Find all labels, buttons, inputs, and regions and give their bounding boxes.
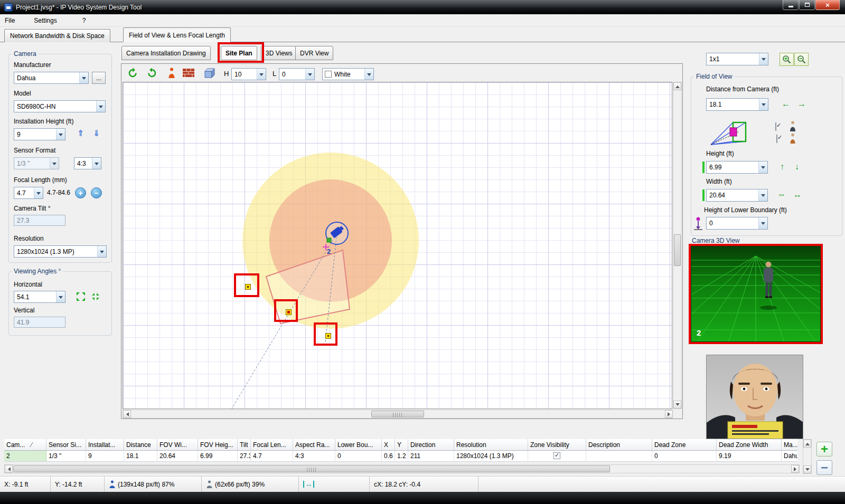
shrink-angle-icon[interactable] [90, 290, 101, 303]
cell-fov-width[interactable]: 20.64 [157, 451, 198, 462]
menu-help[interactable]: ? [78, 15, 91, 26]
column-header[interactable]: Lower Bou... [335, 439, 382, 451]
column-header[interactable]: Installat... [86, 439, 124, 451]
cell-aspect-ratio[interactable]: 4:3 [293, 451, 335, 462]
resolution-select[interactable]: 1280x1024 (1.3 MP) [14, 245, 107, 258]
distance-select[interactable]: 18.1 [706, 98, 768, 111]
maximize-button[interactable] [799, 0, 815, 10]
zone-visibility-checkbox[interactable] [553, 452, 560, 459]
tab-field-of-view[interactable]: Field of View & Lens Focal Length [123, 27, 231, 42]
column-header[interactable]: FOV Heig... [198, 439, 238, 451]
manufacturer-select[interactable]: Dahua [14, 72, 89, 84]
column-header[interactable]: Aspect Ra... [293, 439, 335, 451]
focal-length-select[interactable]: 4.7 [14, 187, 43, 199]
chevron-down-icon[interactable] [92, 158, 101, 169]
horizontal-angle-select[interactable]: 54.1 [14, 291, 65, 303]
cell-camera[interactable]: 2 [4, 451, 46, 462]
cell-lower-boundary[interactable]: 0 [335, 451, 382, 462]
fov-height-select[interactable]: 6.99 [706, 161, 768, 174]
wall-color-select[interactable]: White [322, 68, 374, 80]
scroll-down-button[interactable] [803, 465, 811, 473]
menu-file[interactable]: File [0, 15, 20, 26]
chevron-down-icon[interactable] [34, 187, 43, 198]
zoom-in-button[interactable] [780, 53, 794, 66]
tab-dvr-view[interactable]: DVR View [295, 46, 333, 60]
column-header[interactable]: X [382, 439, 395, 451]
cell-zone-visibility[interactable] [528, 451, 586, 462]
chevron-down-icon[interactable] [79, 72, 88, 83]
cell-description[interactable] [586, 451, 652, 462]
column-header[interactable]: Cam... [4, 439, 46, 451]
column-header[interactable]: Y [395, 439, 408, 451]
column-header[interactable]: Resolution [454, 439, 528, 451]
scroll-left-button[interactable] [123, 410, 131, 418]
column-header[interactable]: Description [586, 439, 652, 451]
chevron-down-icon[interactable] [305, 69, 314, 80]
zoom-out-button[interactable] [794, 53, 809, 66]
canvas-hscrollbar[interactable] [123, 410, 672, 419]
scroll-right-button[interactable] [665, 410, 673, 418]
lower-boundary-select[interactable]: 0 [706, 217, 768, 230]
chevron-down-icon[interactable] [257, 69, 266, 80]
column-header[interactable]: Direction [408, 439, 454, 451]
chevron-down-icon[interactable] [56, 291, 65, 302]
expand-angle-icon[interactable] [75, 290, 87, 303]
model-select[interactable]: SD6980C-HN [14, 100, 106, 112]
cell-y[interactable]: 1.2 [395, 451, 408, 462]
cell-installation[interactable]: 9 [86, 451, 124, 462]
column-header[interactable]: Focal Len... [251, 439, 293, 451]
fov-width-select[interactable]: 20.64 [706, 189, 768, 202]
fov-height-down-icon[interactable]: ↓ [795, 163, 799, 171]
chevron-down-icon[interactable] [758, 217, 767, 229]
height-up-icon[interactable]: ⇑ [77, 129, 84, 138]
add-camera-button[interactable]: + [816, 442, 832, 457]
fov-width-expand-icon[interactable]: ⇔ [777, 191, 786, 199]
scroll-right-button[interactable] [791, 465, 799, 473]
add-box-button[interactable] [202, 66, 215, 79]
distance-increase-icon[interactable]: → [797, 100, 806, 108]
remove-camera-button[interactable]: − [816, 460, 832, 475]
column-header[interactable]: FOV Wi... [157, 439, 198, 451]
tab-3d-views[interactable]: 3D Views [261, 46, 297, 60]
scroll-left-button[interactable] [5, 465, 13, 473]
chevron-down-icon[interactable] [56, 129, 65, 140]
wall-lower-select[interactable]: 0 [279, 68, 315, 80]
table-vscrollbar[interactable] [803, 439, 812, 474]
grid-layout-select[interactable]: 1x1 [706, 53, 768, 65]
table-hscrollbar[interactable] [4, 464, 800, 473]
cell-resolution[interactable]: 1280x1024 (1.3 MP) [454, 451, 528, 462]
cell-sensor[interactable]: 1/3 " [46, 451, 86, 462]
column-header[interactable]: Sensor Si... [46, 439, 86, 451]
chevron-down-icon[interactable] [759, 99, 768, 110]
cell-manufacturer[interactable]: Dahua [782, 451, 797, 462]
fov-height-up-icon[interactable]: ↑ [780, 163, 784, 171]
fov-width-shrink-icon[interactable]: ↔ [793, 191, 802, 199]
height-down-icon[interactable]: ⇓ [93, 129, 100, 138]
chevron-down-icon[interactable] [96, 101, 105, 112]
zoom-out-circle-button[interactable]: − [91, 187, 102, 198]
rotate-left-button[interactable] [126, 66, 139, 79]
add-person-button[interactable] [165, 66, 179, 79]
close-button[interactable]: × [815, 0, 840, 10]
show-adult-checkbox[interactable] [775, 122, 776, 131]
chevron-down-icon[interactable] [759, 53, 768, 65]
aspect-ratio-select[interactable]: 4:3 [74, 157, 101, 169]
cell-direction[interactable]: 211 [408, 451, 454, 462]
column-header[interactable]: Ma... [782, 439, 797, 451]
cell-x[interactable]: 0.6 [382, 451, 395, 462]
site-plan-canvas[interactable]: 2 [123, 82, 672, 409]
chevron-down-icon[interactable] [97, 246, 106, 257]
rotate-right-button[interactable] [145, 66, 158, 79]
cell-tilt[interactable]: 27.3 [238, 451, 251, 462]
chevron-down-icon[interactable] [758, 161, 767, 173]
add-wall-button[interactable] [182, 66, 195, 79]
column-header[interactable]: Dead Zone Width [717, 439, 782, 451]
distance-decrease-icon[interactable]: ← [782, 100, 790, 108]
browse-manufacturer-button[interactable]: ... [92, 72, 106, 84]
hscroll-thumb[interactable] [13, 465, 610, 472]
install-height-select[interactable]: 9 [14, 128, 65, 140]
menu-settings[interactable]: Settings [29, 15, 61, 26]
zoom-in-circle-button[interactable]: + [75, 187, 86, 198]
tab-camera-installation-drawing[interactable]: Camera Installation Drawing [121, 46, 211, 60]
column-header[interactable]: Zone Visibility [528, 439, 586, 451]
